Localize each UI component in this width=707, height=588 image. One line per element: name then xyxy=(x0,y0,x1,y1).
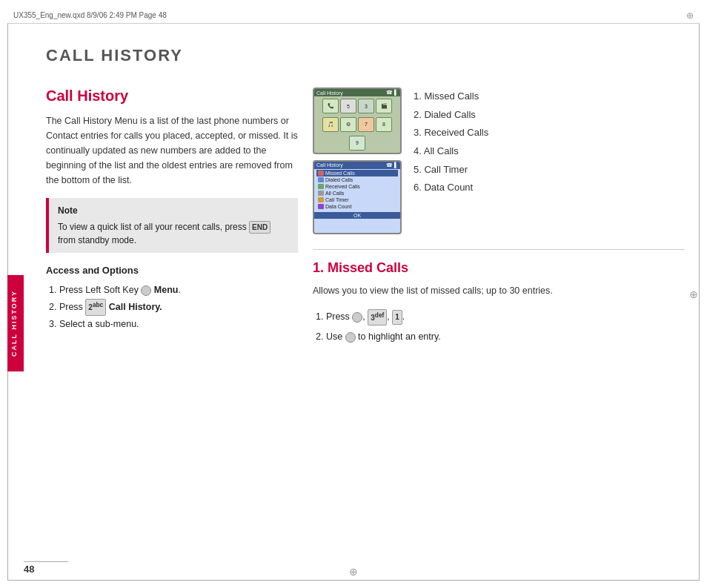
section-divider xyxy=(313,249,685,250)
section1-body: The Call History Menu is a list of the l… xyxy=(46,113,298,188)
menu-data-count: Data Count xyxy=(316,203,398,210)
icon-box-4: 🎬 xyxy=(376,99,392,113)
icon-box-5: 🎵 xyxy=(322,117,339,132)
note-body: To view a quick list of all your recent … xyxy=(58,220,289,247)
menu-item-list: Missed Calls Dialed Calls Received Calls xyxy=(314,169,400,211)
note-box: Note To view a quick list of all your re… xyxy=(46,198,298,253)
screen2-status: ☎ ▌ xyxy=(386,162,398,168)
icon-box-8: 8 xyxy=(376,117,392,132)
key-1-icon: 1 xyxy=(392,310,402,325)
page-title: CALL HISTORY xyxy=(46,46,692,65)
icon-box-9: 9 xyxy=(349,136,365,151)
phone-screens: Call History ☎ ▌ 📞 5 3 🎬 🎵 ⚙ 7 xyxy=(313,87,402,234)
step-1: 1. Press Left Soft Key Menu. xyxy=(49,282,298,299)
section1-heading: Call History xyxy=(46,87,298,105)
section2-steps: 1. Press , 3def, 1. 2. Use to highlight … xyxy=(316,308,685,345)
key-2-icon: 2abc xyxy=(85,299,106,315)
menu-text-list: 1. Missed Calls 2. Dialed Calls 3. Recei… xyxy=(414,87,685,234)
dialed-calls-icon xyxy=(318,177,324,182)
step-2: 2. Press 2abc Call History. xyxy=(49,299,298,316)
bottom-registration-mark: ⊕ xyxy=(349,566,358,578)
registration-mark: ⊕ xyxy=(686,10,694,21)
bottom-divider xyxy=(24,561,68,562)
section2-heading: 1. Missed Calls xyxy=(313,260,685,276)
ok-bar: OK xyxy=(314,212,400,219)
icon-box-6: ⚙ xyxy=(340,117,356,132)
menu-dialed-calls: Dialed Calls xyxy=(316,176,398,183)
section2-step-2: 2. Use to highlight an entry. xyxy=(316,328,685,346)
header-bar: UX355_Eng_new.qxd 8/9/06 2:49 PM Page 48… xyxy=(7,7,700,24)
note-title: Note xyxy=(58,204,289,217)
two-col: Call History The Call History Menu is a … xyxy=(46,87,685,345)
icon-box-7: 7 xyxy=(358,117,374,132)
menu-missed-calls: Missed Calls xyxy=(316,170,398,176)
call-timer-icon xyxy=(318,197,324,202)
received-calls-icon xyxy=(318,184,324,189)
access-heading: Access and Options xyxy=(46,265,298,276)
menu-received-calls: Received Calls xyxy=(316,183,398,190)
menu-item-1: 1. Missed Calls xyxy=(414,87,685,106)
page-number: 48 xyxy=(24,564,34,575)
screen1-icons: ☎ ▌ xyxy=(386,90,398,96)
right-column: Call History ☎ ▌ 📞 5 3 🎬 🎵 ⚙ 7 xyxy=(313,87,685,345)
header-text: UX355_Eng_new.qxd 8/9/06 2:49 PM Page 48 xyxy=(13,11,167,19)
right-registration-mark: ⊕ xyxy=(689,288,698,300)
menu-item-4: 4. All Calls xyxy=(414,142,685,161)
menu-item-2: 2. Dialed Calls xyxy=(414,106,685,125)
main-content: CALL HISTORY Call History The Call Histo… xyxy=(24,24,692,573)
menu-call-timer: Call Timer xyxy=(316,196,398,203)
phone-screen-2: Call History ☎ ▌ Missed Calls Dialed Cal… xyxy=(313,160,402,234)
end-key-icon: END xyxy=(249,221,270,234)
screen1-title: Call History xyxy=(316,90,343,96)
menu-item-3: 3. Received Calls xyxy=(414,124,685,142)
missed-calls-icon xyxy=(318,171,324,176)
phone-screen-1: Call History ☎ ▌ 📞 5 3 🎬 🎵 ⚙ 7 xyxy=(313,87,402,154)
data-count-icon xyxy=(318,204,324,209)
left-column: Call History The Call History Menu is a … xyxy=(46,87,298,345)
menu-item-6: 6. Data Count xyxy=(414,179,685,197)
menu-all-calls: All Calls xyxy=(316,190,398,196)
menu-list: 1. Missed Calls 2. Dialed Calls 3. Recei… xyxy=(414,87,685,197)
screen2-title: Call History xyxy=(316,162,343,168)
icon-box-3: 3 xyxy=(358,99,374,113)
icon-box-1: 📞 xyxy=(322,99,339,113)
icon-box-2: 5 xyxy=(340,99,356,113)
step-3: 3. Select a sub-menu. xyxy=(49,316,298,333)
menu-item-5: 5. Call Timer xyxy=(414,161,685,179)
section2-body: Allows you to view the list of missed ca… xyxy=(313,283,685,298)
step-list: 1. Press Left Soft Key Menu. 2. Press 2a… xyxy=(49,282,298,332)
key-3-icon: 3def xyxy=(368,309,387,326)
nav-circle-icon xyxy=(345,332,356,343)
section2-step-1: 1. Press , 3def, 1. xyxy=(316,308,685,326)
all-calls-icon xyxy=(318,191,324,196)
right-top: Call History ☎ ▌ 📞 5 3 🎬 🎵 ⚙ 7 xyxy=(313,87,685,234)
soft-key-icon xyxy=(141,285,151,296)
side-tab: CALL HISTORY xyxy=(7,275,24,371)
screen1-icons-grid: 📞 5 3 🎬 🎵 ⚙ 7 8 9 xyxy=(314,96,400,153)
screen1-title-bar: Call History ☎ ▌ xyxy=(314,89,400,96)
nav-key-icon xyxy=(352,312,362,323)
screen2-title-bar: Call History ☎ ▌ xyxy=(314,162,400,169)
